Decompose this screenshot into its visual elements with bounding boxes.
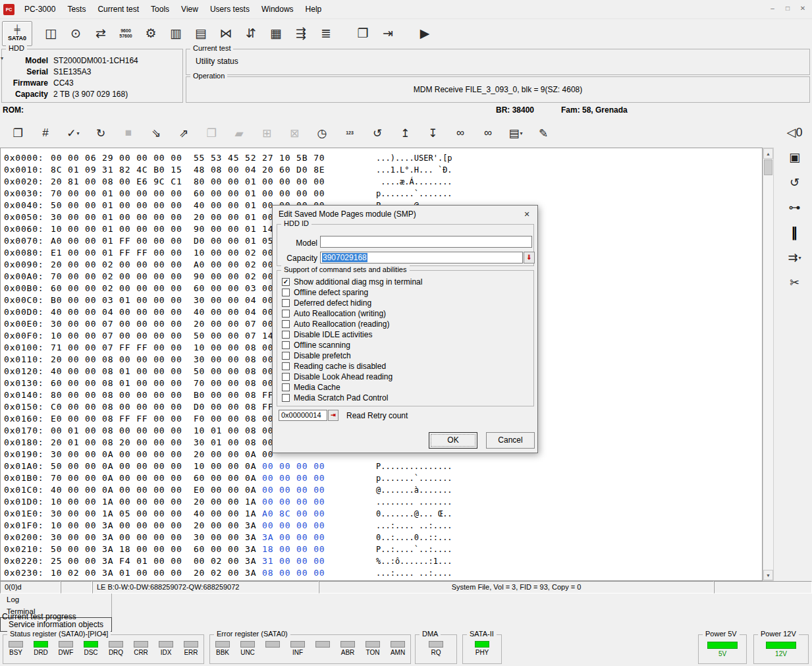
tools-cut-icon[interactable]: ✂ (784, 271, 806, 294)
checkbox-offline-scanning[interactable] (282, 341, 290, 349)
terminal-icon[interactable]: ◫ (40, 22, 62, 45)
hex-address: 0x0010: (4, 164, 43, 176)
hex-row[interactable]: 0x01B0:70 00 00 0A 00 00 00 00 60 00 00 … (1, 472, 762, 484)
hex-scrollbar[interactable]: ▲ ▼ (763, 148, 774, 581)
capacity-insert-button[interactable]: ⇓ (524, 252, 535, 264)
maximize-button[interactable]: □ (781, 3, 794, 13)
hex-row[interactable]: 0x01A0:50 00 00 0A 00 00 00 00 10 00 00 … (1, 460, 762, 472)
capacity-label: Capacity (279, 254, 317, 263)
read-retry-label: Read Retry count (346, 411, 408, 420)
sound-icon[interactable]: ◁0 (784, 121, 806, 144)
checkbox-deferred-defect-hiding[interactable] (282, 299, 290, 307)
menu-item-windows[interactable]: Windows (256, 3, 300, 16)
hex-address: 0x0070: (4, 235, 43, 247)
sata0-port-button[interactable]: ╪ SATA0 (2, 21, 32, 46)
checkbox-show-additional-diag-msg-in-terminal[interactable]: ✓ (282, 278, 290, 286)
hex-row[interactable]: 0x0020:20 81 00 08 00 E6 9C C1 80 00 00 … (1, 176, 762, 188)
ok-button[interactable]: OK (429, 432, 477, 449)
menu-item-pc-3000[interactable]: PC-3000 (18, 3, 61, 16)
user-export-icon[interactable]: ⇥ (377, 22, 399, 45)
run-icon[interactable]: ▶ (414, 22, 436, 45)
hdd-field-value: S1E135A3 (53, 67, 91, 78)
hex-row[interactable]: 0x0230:10 02 00 3A 01 00 00 00 20 02 00 … (1, 567, 762, 579)
history-clock-icon[interactable]: ◷ (312, 123, 332, 143)
checkbox-disable-prefetch[interactable] (282, 352, 290, 360)
checkbox-label: Auto Reallocation (reading) (294, 319, 389, 329)
cancel-button[interactable]: Cancel (486, 432, 535, 449)
find-icon[interactable]: ∞ (450, 123, 470, 143)
chart-icon[interactable]: ▤ (190, 22, 212, 45)
branch-icon[interactable]: ⊶ (784, 196, 806, 219)
checkbox-offline-defect-sparing[interactable] (282, 289, 290, 296)
first-sector-icon[interactable]: ↥ (395, 123, 415, 143)
apply-check-icon[interactable]: ✓▾ (63, 123, 83, 143)
menu-item-tests[interactable]: Tests (61, 3, 92, 16)
hex-row[interactable]: 0x0000:00 00 06 29 00 00 00 00 55 53 45 … (1, 152, 762, 164)
hex-row[interactable]: 0x0010:8C 01 09 31 82 4C B0 15 48 08 00 … (1, 164, 762, 176)
minimize-button[interactable]: – (766, 3, 779, 13)
hex-row[interactable]: 0x0210:50 00 00 3A 18 00 00 00 60 00 00 … (1, 543, 762, 555)
scroll-thumb[interactable] (764, 159, 772, 175)
capacity-input[interactable]: 3907029168 (320, 252, 523, 264)
edit-mode-icon[interactable]: ✎ (533, 123, 553, 143)
port-exchange-icon[interactable]: ⇄ (90, 22, 112, 45)
scatter-icon[interactable]: ⇶ (290, 22, 312, 45)
checkbox-disable-look-ahead-reading[interactable] (282, 373, 290, 381)
pause-icon[interactable]: ∥ (784, 221, 806, 244)
write-module-icon[interactable]: ⇘ (146, 123, 166, 143)
dialog-close-button[interactable]: ✕ (520, 208, 534, 220)
panel-collapse-arrow[interactable]: ▾ (1, 55, 3, 61)
last-sector-icon[interactable]: ↧ (423, 123, 443, 143)
menu-item-help[interactable]: Help (300, 3, 328, 16)
find-next-icon[interactable]: ∞ (478, 123, 498, 143)
read-retry-input[interactable]: 0x00000014 (279, 410, 327, 421)
close-button[interactable]: ✕ (796, 3, 809, 13)
reset-icon[interactable]: ↺ (784, 171, 806, 194)
hex-row[interactable]: 0x0200:30 00 00 3A 00 00 00 00 30 00 00 … (1, 532, 762, 543)
current-test-progress-label: Current test progress (2, 612, 76, 621)
hex-row[interactable]: 0x0220:25 00 00 3A F4 01 00 00 00 02 00 … (1, 555, 762, 567)
menu-item-current-test[interactable]: Current test (92, 3, 145, 16)
model-input[interactable] (320, 236, 532, 248)
hex-row[interactable]: 0x01F0:10 00 00 3A 00 00 00 00 20 00 00 … (1, 520, 762, 532)
decimal-view-icon[interactable]: 123 (340, 123, 360, 143)
copy-pages-icon[interactable]: ❐ (352, 22, 374, 45)
checkbox-auto-reallocation-reading[interactable] (282, 320, 290, 328)
export-sector-icon[interactable]: ❐ (8, 123, 28, 143)
read-retry-insert-button[interactable]: ⇥ (328, 410, 338, 421)
hex-row[interactable]: 0x0030:70 00 00 01 00 00 00 00 60 00 00 … (1, 188, 762, 200)
menu-item-tools[interactable]: Tools (145, 3, 175, 16)
undo-icon[interactable]: ↺ (367, 123, 387, 143)
read-module-icon[interactable]: ⇗ (174, 123, 194, 143)
dropdown-arrow-icon[interactable]: ▾ (520, 130, 523, 136)
funnel-icon[interactable]: ⋈ (215, 22, 237, 45)
tab-log[interactable]: Log (0, 594, 112, 605)
dropdown-arrow-icon[interactable]: ▾ (799, 255, 801, 261)
copy-icon: ❐ (202, 123, 221, 143)
columns-icon[interactable]: ▥ (165, 22, 187, 45)
view-options-icon[interactable]: ▤▾ (506, 123, 526, 143)
grid-address-icon[interactable]: # (36, 123, 55, 143)
step-icon[interactable]: ⇉▾ (784, 246, 806, 269)
settings-icon[interactable]: ⚙ (140, 22, 162, 45)
menu-item-users-tests[interactable]: Users tests (204, 3, 256, 16)
menu-item-view[interactable]: View (175, 3, 204, 16)
baud-rate-icon[interactable]: 960057600 (115, 22, 137, 45)
checkbox-auto-reallocation-writing[interactable] (282, 310, 290, 318)
hex-row[interactable]: 0x01C0:40 00 00 0A 00 00 00 00 E0 00 00 … (1, 484, 762, 496)
list-icon[interactable]: ≣ (315, 22, 337, 45)
refresh-icon[interactable]: ↻ (91, 123, 111, 143)
dropdown-arrow-icon[interactable]: ▾ (77, 130, 80, 136)
checkbox-reading-cache-is-disabled[interactable] (282, 362, 290, 370)
checkbox-disable-idle-activities[interactable] (282, 331, 290, 339)
merge-icon[interactable]: ⇵ (240, 22, 262, 45)
hex-row[interactable]: 0x01E0:30 00 00 1A 05 00 00 00 40 00 00 … (1, 508, 762, 520)
search-icon[interactable]: ⊙ (65, 22, 87, 45)
checkbox-media-scratch-pad-control[interactable] (282, 394, 290, 402)
scroll-up-button[interactable]: ▲ (763, 148, 773, 159)
chip-icon[interactable]: ▣ (784, 146, 806, 169)
scroll-down-button[interactable]: ▼ (763, 570, 773, 580)
grid-icon[interactable]: ▦ (265, 22, 287, 45)
hex-row[interactable]: 0x01D0:10 00 00 1A 00 00 00 00 20 00 00 … (1, 496, 762, 508)
checkbox-media-cache[interactable] (282, 383, 290, 391)
